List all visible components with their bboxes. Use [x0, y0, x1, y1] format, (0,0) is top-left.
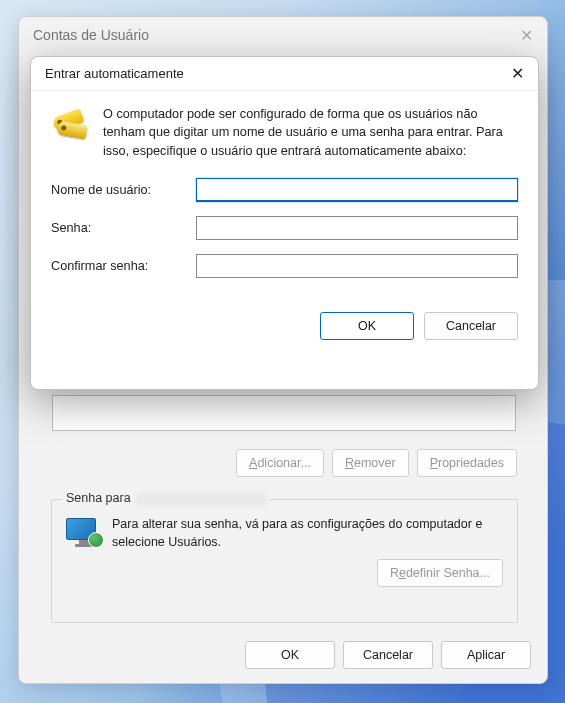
parent-apply-button[interactable]: Aplicar [441, 641, 531, 669]
confirm-password-input[interactable] [196, 254, 518, 278]
modal-buttons: OK Cancelar [31, 302, 538, 340]
password-input[interactable] [196, 216, 518, 240]
username-input[interactable] [196, 178, 518, 202]
user-monitor-icon [66, 518, 102, 550]
modal-titlebar: Entrar automaticamente ✕ [31, 57, 538, 91]
modal-title: Entrar automaticamente [45, 66, 184, 81]
user-action-buttons: Adicionar... Remover Propriedades [236, 449, 517, 477]
parent-title: Contas de Usuário [33, 27, 149, 43]
user-list-placeholder [52, 395, 516, 431]
close-icon[interactable]: ✕ [511, 64, 524, 83]
username-label: Nome de usuário: [51, 183, 196, 197]
modal-description: O computador pode ser configurado de for… [103, 105, 518, 160]
parent-cancel-button[interactable]: Cancelar [343, 641, 433, 669]
modal-cancel-button[interactable]: Cancelar [424, 312, 518, 340]
parent-ok-button[interactable]: OK [245, 641, 335, 669]
password-legend: Senha para [62, 491, 270, 505]
parent-dialog-buttons: OK Cancelar Aplicar [245, 641, 531, 669]
remove-user-button[interactable]: Remover [332, 449, 409, 477]
add-user-button[interactable]: Adicionar... [236, 449, 324, 477]
password-section: Senha para Para alterar sua senha, vá pa… [51, 499, 518, 623]
parent-titlebar: Contas de Usuário ✕ [19, 17, 547, 53]
confirm-password-label: Confirmar senha: [51, 259, 196, 273]
properties-button[interactable]: Propriedades [417, 449, 517, 477]
keys-icon [51, 105, 91, 145]
modal-ok-button[interactable]: OK [320, 312, 414, 340]
reset-password-button[interactable]: Redefinir Senha... [377, 559, 503, 587]
redacted-username [136, 493, 266, 505]
password-description: Para alterar sua senha, vá para as confi… [112, 516, 503, 551]
auto-signin-dialog: Entrar automaticamente ✕ O computador po… [30, 56, 539, 390]
password-legend-prefix: Senha para [66, 491, 134, 505]
password-label: Senha: [51, 221, 196, 235]
close-icon[interactable]: ✕ [520, 26, 533, 45]
